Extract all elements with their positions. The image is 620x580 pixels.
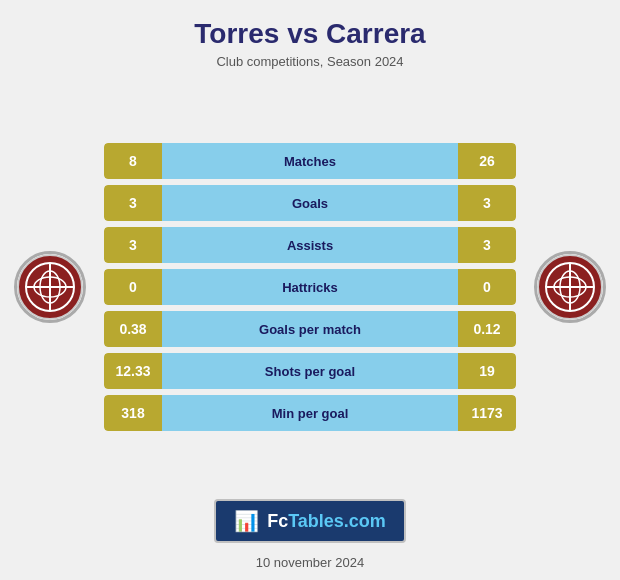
stat-label: Goals per match	[162, 311, 458, 347]
footer-date: 10 november 2024	[256, 555, 364, 570]
page-subtitle: Club competitions, Season 2024	[0, 54, 620, 69]
stat-label: Min per goal	[162, 395, 458, 431]
stat-left-value: 3	[104, 185, 162, 221]
watermark-icon: 📊	[234, 509, 259, 533]
stat-right-value: 26	[458, 143, 516, 179]
page-wrapper: Torres vs Carrera Club competitions, Sea…	[0, 0, 620, 580]
left-team-logo	[14, 251, 86, 323]
stat-left-value: 3	[104, 227, 162, 263]
footer: 10 november 2024	[0, 543, 620, 580]
stat-label: Goals	[162, 185, 458, 221]
watermark-area: 📊 FcTables.com	[0, 499, 620, 543]
header: Torres vs Carrera Club competitions, Sea…	[0, 0, 620, 75]
watermark-suffix: Tables.com	[288, 511, 386, 531]
stat-right-value: 0.12	[458, 311, 516, 347]
stat-label: Hattricks	[162, 269, 458, 305]
page-title: Torres vs Carrera	[0, 18, 620, 50]
stat-right-value: 3	[458, 185, 516, 221]
stat-right-value: 0	[458, 269, 516, 305]
stat-row: 8Matches26	[104, 143, 516, 179]
stat-label: Matches	[162, 143, 458, 179]
stat-left-value: 12.33	[104, 353, 162, 389]
stat-right-value: 3	[458, 227, 516, 263]
stat-row: 12.33Shots per goal19	[104, 353, 516, 389]
stat-left-value: 318	[104, 395, 162, 431]
right-team-logo	[534, 251, 606, 323]
stat-left-value: 0.38	[104, 311, 162, 347]
stat-right-value: 19	[458, 353, 516, 389]
stat-row: 3Goals3	[104, 185, 516, 221]
stat-left-value: 0	[104, 269, 162, 305]
stat-label: Shots per goal	[162, 353, 458, 389]
stat-right-value: 1173	[458, 395, 516, 431]
stats-container: 8Matches263Goals33Assists30Hattricks00.3…	[100, 143, 520, 431]
stat-row: 0.38Goals per match0.12	[104, 311, 516, 347]
stat-left-value: 8	[104, 143, 162, 179]
watermark-box: 📊 FcTables.com	[214, 499, 406, 543]
right-team-logo-container	[520, 251, 620, 323]
main-section: 8Matches263Goals33Assists30Hattricks00.3…	[0, 85, 620, 489]
watermark-text: FcTables.com	[267, 511, 386, 532]
stat-row: 0Hattricks0	[104, 269, 516, 305]
stat-row: 3Assists3	[104, 227, 516, 263]
stat-label: Assists	[162, 227, 458, 263]
left-team-logo-container	[0, 251, 100, 323]
stat-row: 318Min per goal1173	[104, 395, 516, 431]
